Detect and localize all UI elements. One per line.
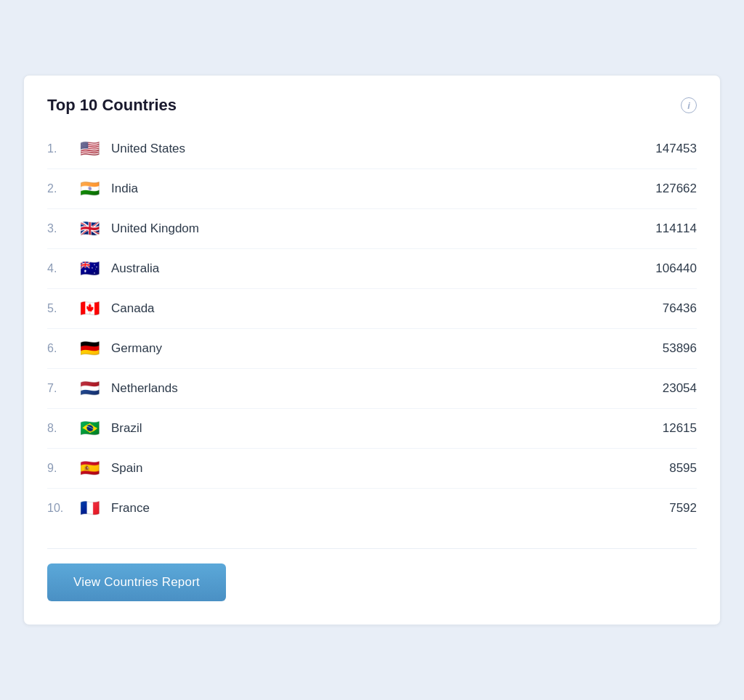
- country-name: United Kingdom: [111, 221, 655, 236]
- table-row: 4.🇦🇺Australia106440: [47, 249, 697, 289]
- country-rank: 6.: [47, 342, 76, 355]
- country-value: 114114: [655, 221, 697, 236]
- country-flag: 🇺🇸: [76, 139, 102, 158]
- country-name: Germany: [111, 341, 663, 356]
- card-header: Top 10 Countries i: [47, 96, 697, 115]
- country-name: Australia: [111, 261, 655, 276]
- country-rank: 8.: [47, 422, 76, 435]
- country-name: United States: [111, 142, 655, 156]
- table-row: 7.🇳🇱Netherlands23054: [47, 369, 697, 409]
- card-footer: View Countries Report: [47, 548, 697, 601]
- info-icon[interactable]: i: [681, 97, 697, 113]
- country-name: Netherlands: [111, 381, 663, 396]
- country-rank: 4.: [47, 262, 76, 275]
- country-name: Canada: [111, 301, 663, 316]
- country-rank: 3.: [47, 222, 76, 235]
- table-row: 2.🇮🇳India127662: [47, 169, 697, 209]
- table-row: 8.🇧🇷Brazil12615: [47, 409, 697, 449]
- table-row: 5.🇨🇦Canada76436: [47, 289, 697, 329]
- country-flag: 🇦🇺: [76, 259, 102, 278]
- country-flag: 🇧🇷: [76, 419, 102, 438]
- country-value: 127662: [655, 182, 697, 196]
- card-title: Top 10 Countries: [47, 96, 177, 115]
- country-flag: 🇬🇧: [76, 219, 102, 238]
- country-rank: 1.: [47, 142, 76, 155]
- top-countries-card: Top 10 Countries i 1.🇺🇸United States1474…: [23, 75, 721, 625]
- country-name: India: [111, 182, 655, 196]
- table-row: 9.🇪🇸Spain8595: [47, 449, 697, 489]
- country-value: 106440: [655, 261, 697, 276]
- country-flag: 🇨🇦: [76, 299, 102, 318]
- country-rank: 7.: [47, 382, 76, 395]
- country-rank: 5.: [47, 302, 76, 315]
- country-value: 147453: [655, 142, 697, 156]
- country-name: Spain: [111, 461, 669, 476]
- country-rank: 9.: [47, 462, 76, 475]
- country-name: Brazil: [111, 421, 663, 436]
- country-value: 12615: [663, 421, 697, 436]
- country-flag: 🇩🇪: [76, 339, 102, 358]
- country-rank: 2.: [47, 182, 76, 195]
- countries-list: 1.🇺🇸United States1474532.🇮🇳India1276623.…: [47, 129, 697, 528]
- country-value: 53896: [663, 341, 697, 356]
- country-flag: 🇫🇷: [76, 499, 102, 518]
- country-flag: 🇳🇱: [76, 379, 102, 398]
- country-flag: 🇪🇸: [76, 459, 102, 478]
- view-report-button[interactable]: View Countries Report: [47, 563, 226, 601]
- country-value: 8595: [669, 461, 697, 476]
- country-rank: 10.: [47, 502, 76, 515]
- table-row: 1.🇺🇸United States147453: [47, 129, 697, 169]
- country-value: 7592: [669, 501, 697, 516]
- country-value: 76436: [663, 301, 697, 316]
- country-value: 23054: [663, 381, 697, 396]
- table-row: 10.🇫🇷France7592: [47, 489, 697, 528]
- table-row: 3.🇬🇧United Kingdom114114: [47, 209, 697, 249]
- country-name: France: [111, 501, 669, 516]
- country-flag: 🇮🇳: [76, 179, 102, 198]
- table-row: 6.🇩🇪Germany53896: [47, 329, 697, 369]
